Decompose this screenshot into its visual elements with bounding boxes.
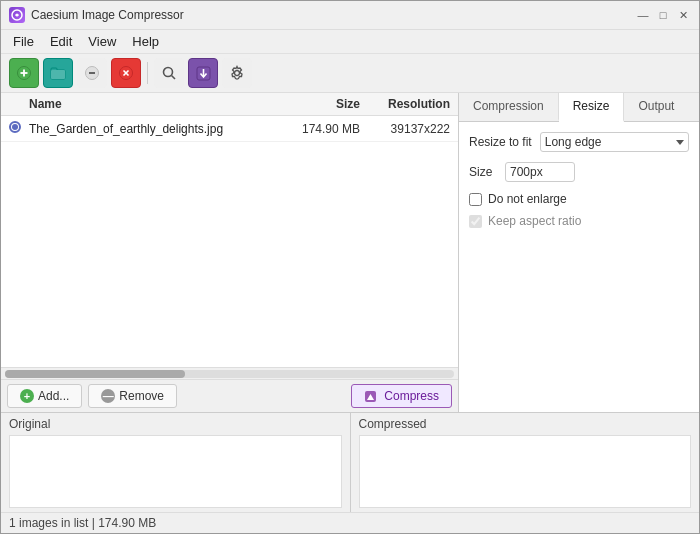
menu-help[interactable]: Help (124, 32, 167, 51)
column-header-resolution: Resolution (368, 97, 458, 111)
original-preview-image (9, 435, 342, 508)
toolbar (1, 54, 699, 93)
toolbar-separator (147, 62, 148, 84)
window-controls: — □ ✕ (635, 7, 691, 23)
remove-button[interactable] (77, 58, 107, 88)
resize-to-fit-label: Resize to fit (469, 135, 532, 149)
menu-edit[interactable]: Edit (42, 32, 80, 51)
tab-resize[interactable]: Resize (559, 93, 625, 122)
size-input[interactable] (505, 162, 575, 182)
app-title: Caesium Image Compressor (31, 8, 635, 22)
clear-button[interactable] (111, 58, 141, 88)
svg-line-13 (171, 75, 175, 79)
resize-to-fit-select[interactable]: Long edge Short edge Width Height Custom (540, 132, 689, 152)
add-button[interactable]: + Add... (7, 384, 82, 408)
size-row: Size (469, 162, 689, 182)
tab-compression[interactable]: Compression (459, 93, 559, 121)
keep-aspect-ratio-row: Keep aspect ratio (469, 214, 689, 228)
file-table-header: Name Size Resolution (1, 93, 458, 116)
menu-bar: File Edit View Help (1, 30, 699, 54)
original-preview-panel: Original (1, 413, 351, 512)
scrollbar-thumb[interactable] (5, 370, 185, 378)
search-button[interactable] (154, 58, 184, 88)
horizontal-scrollbar[interactable] (1, 367, 458, 379)
file-resolution: 39137x222 (368, 122, 458, 136)
maximize-button[interactable]: □ (655, 7, 671, 23)
menu-view[interactable]: View (80, 32, 124, 51)
do-not-enlarge-checkbox[interactable] (469, 193, 482, 206)
remove-icon: — (101, 389, 115, 403)
svg-rect-6 (51, 70, 65, 79)
settings-tabs: Compression Resize Output (459, 93, 699, 122)
compressed-label: Compressed (359, 417, 692, 431)
file-actions: + Add... — Remove Compress (1, 379, 458, 412)
status-bar: 1 images in list | 174.90 MB (1, 512, 699, 533)
settings-gear-button[interactable] (222, 58, 252, 88)
main-area: Name Size Resolution The_Garden_of_earth… (1, 93, 699, 412)
compressed-preview-image (359, 435, 692, 508)
tab-output[interactable]: Output (624, 93, 688, 121)
settings-panel: Compression Resize Output Resize to fit … (459, 93, 699, 412)
compressed-preview-panel: Compressed (351, 413, 700, 512)
radio-selected-icon (9, 121, 21, 133)
scrollbar-track (5, 370, 454, 378)
keep-aspect-ratio-label: Keep aspect ratio (488, 214, 581, 228)
svg-point-12 (163, 67, 172, 76)
preview-area: Original Compressed (1, 412, 699, 512)
status-text: 1 images in list | 174.90 MB (9, 516, 156, 530)
file-size: 174.90 MB (268, 122, 368, 136)
add-icon: + (20, 389, 34, 403)
column-header-name: Name (1, 97, 268, 111)
file-name: The_Garden_of_earthly_delights.jpg (29, 122, 268, 136)
original-label: Original (9, 417, 342, 431)
file-list: The_Garden_of_earthly_delights.jpg 174.9… (1, 116, 458, 367)
compress-button-label: Compress (384, 389, 439, 403)
table-row[interactable]: The_Garden_of_earthly_delights.jpg 174.9… (1, 116, 458, 142)
open-folder-button[interactable] (43, 58, 73, 88)
resize-to-fit-row: Resize to fit Long edge Short edge Width… (469, 132, 689, 152)
keep-aspect-ratio-checkbox (469, 215, 482, 228)
minimize-button[interactable]: — (635, 7, 651, 23)
add-button-label: Add... (38, 389, 69, 403)
export-button[interactable] (188, 58, 218, 88)
do-not-enlarge-row: Do not enlarge (469, 192, 689, 206)
column-header-size: Size (268, 97, 368, 111)
remove-button-label: Remove (119, 389, 164, 403)
file-panel: Name Size Resolution The_Garden_of_earth… (1, 93, 459, 412)
menu-file[interactable]: File (5, 32, 42, 51)
close-button[interactable]: ✕ (675, 7, 691, 23)
app-icon (9, 7, 25, 23)
svg-point-16 (235, 71, 240, 76)
title-bar: Caesium Image Compressor — □ ✕ (1, 1, 699, 30)
size-label: Size (469, 165, 499, 179)
compress-button[interactable]: Compress (351, 384, 452, 408)
add-files-button[interactable] (9, 58, 39, 88)
row-radio-icon (1, 121, 29, 136)
settings-content: Resize to fit Long edge Short edge Width… (459, 122, 699, 412)
remove-file-button[interactable]: — Remove (88, 384, 177, 408)
do-not-enlarge-label[interactable]: Do not enlarge (488, 192, 567, 206)
